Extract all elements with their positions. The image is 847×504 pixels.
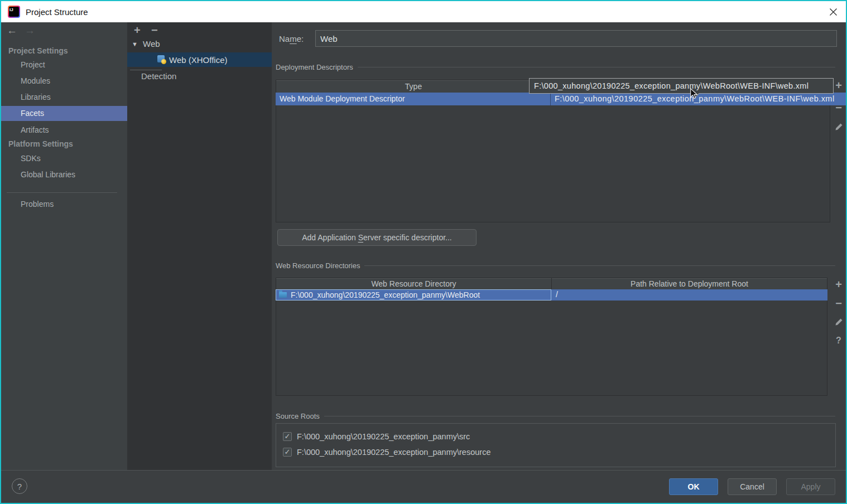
source-root-row-resource: ✓ F:\000_xuhong\20190225_exception_panmy… <box>283 448 490 457</box>
deployment-descriptors-section-title: Deployment Descriptors <box>276 63 835 71</box>
chevron-down-icon[interactable]: ▼ <box>132 41 138 47</box>
edit-resource-icon[interactable] <box>833 317 844 326</box>
deployment-descriptor-row[interactable]: Web Module Deployment Descriptor F:\000_… <box>276 93 846 105</box>
tree-node-detection[interactable]: Detection <box>141 71 176 81</box>
resource-checkbox[interactable]: ✓ <box>283 448 292 457</box>
resource-help-icon[interactable]: ? <box>833 336 844 346</box>
facet-config-panel: Name: Deployment Descriptors Type + − We… <box>272 22 846 471</box>
facets-tree-panel: + − ▼ Web Web (XHOffice) Detection <box>127 22 272 471</box>
source-root-row-src: ✓ F:\000_xuhong\20190225_exception_panmy… <box>283 432 470 441</box>
folder-icon <box>279 292 287 298</box>
help-button[interactable]: ? <box>12 478 27 494</box>
resource-directory-cell[interactable]: F:\000_xuhong\20190225_exception_panmy\W… <box>276 289 551 301</box>
section-header-platform-settings: Platform Settings <box>8 139 73 148</box>
src-checkbox[interactable]: ✓ <box>283 432 292 441</box>
sidebar-item-project[interactable]: Project <box>1 57 127 72</box>
dialog-content: ← → Project Settings Project Modules Lib… <box>1 22 846 471</box>
resource-path-cell[interactable]: / <box>551 289 827 301</box>
path-tooltip: F:\000_xuhong\20190225_exception_panmy\W… <box>529 78 834 94</box>
ok-button[interactable]: OK <box>669 478 718 495</box>
tree-node-web[interactable]: Web <box>143 39 160 49</box>
sidebar-item-sdks[interactable]: SDKs <box>1 151 127 166</box>
sidebar-item-facets[interactable]: Facets <box>1 106 127 121</box>
title-bar: Project Structure <box>1 1 846 22</box>
resource-table-header: Web Resource Directory Path Relative to … <box>276 278 827 290</box>
add-facet-icon[interactable]: + <box>134 24 141 37</box>
column-header-path-relative: Path Relative to Deployment Root <box>552 278 827 289</box>
mouse-cursor <box>689 88 699 101</box>
edit-descriptor-icon[interactable] <box>833 122 844 131</box>
sidebar-item-artifacts[interactable]: Artifacts <box>1 123 127 138</box>
resource-path-label: F:\000_xuhong\20190225_exception_panmy\r… <box>297 448 490 457</box>
sidebar-item-libraries[interactable]: Libraries <box>1 90 127 105</box>
sidebar-item-modules[interactable]: Modules <box>1 74 127 89</box>
source-roots-box: ✓ F:\000_xuhong\20190225_exception_panmy… <box>276 423 836 467</box>
descriptor-type-cell[interactable]: Web Module Deployment Descriptor <box>276 93 551 105</box>
tree-divider <box>130 70 162 70</box>
sidebar-divider <box>7 192 117 193</box>
src-path-label: F:\000_xuhong\20190225_exception_panmy\s… <box>297 432 470 441</box>
add-descriptor-icon[interactable]: + <box>833 80 844 90</box>
add-resource-icon[interactable]: + <box>833 279 844 289</box>
sidebar-item-problems[interactable]: Problems <box>1 197 127 212</box>
column-header-type: Type <box>276 80 551 93</box>
name-input[interactable] <box>315 30 837 47</box>
add-app-server-descriptor-button[interactable]: Add Application Server specific descript… <box>277 229 477 246</box>
tree-node-label: Web (XHOffice) <box>169 55 227 65</box>
column-header-web-resource-directory: Web Resource Directory <box>276 278 552 289</box>
section-header-project-settings: Project Settings <box>8 46 68 55</box>
source-roots-section-title: Source Roots <box>276 412 835 420</box>
apply-button: Apply <box>786 478 835 495</box>
sidebar-item-global-libraries[interactable]: Global Libraries <box>1 167 127 182</box>
dialog-footer: ? OK Cancel Apply <box>1 470 846 503</box>
tree-node-web-xhoffice[interactable]: Web (XHOffice) <box>127 52 272 67</box>
cancel-button[interactable]: Cancel <box>728 478 777 495</box>
remove-facet-icon[interactable]: − <box>151 24 158 37</box>
web-facet-icon <box>157 55 166 64</box>
back-arrow-icon[interactable]: ← <box>7 25 17 37</box>
remove-resource-icon[interactable]: − <box>833 298 844 308</box>
close-icon[interactable] <box>825 3 841 20</box>
dialog-title: Project Structure <box>26 7 88 17</box>
name-label: Name: <box>279 34 304 43</box>
project-structure-dialog: Project Structure ← → Project Settings P… <box>0 0 847 504</box>
footer-buttons: OK Cancel Apply <box>669 478 835 495</box>
web-resource-directories-section-title: Web Resource Directories <box>276 261 835 270</box>
settings-sidebar: ← → Project Settings Project Modules Lib… <box>1 22 127 471</box>
web-resource-directory-row[interactable]: F:\000_xuhong\20190225_exception_panmy\W… <box>276 289 827 301</box>
forward-arrow-icon: → <box>25 25 35 37</box>
intellij-logo-icon <box>8 6 20 18</box>
